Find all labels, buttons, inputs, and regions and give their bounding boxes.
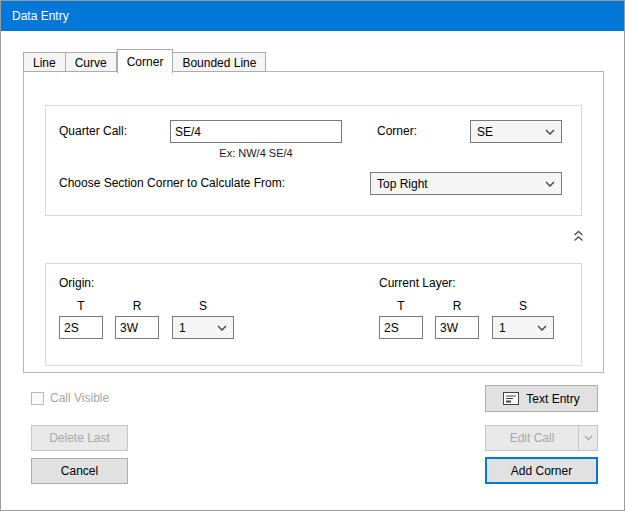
- tab-strip: Line Curve Corner Bounded Line: [23, 48, 266, 72]
- checkbox-box-icon: [31, 392, 44, 405]
- window-title: Data Entry: [12, 9, 69, 23]
- quarter-call-hint: Ex: NW/4 SE/4: [170, 147, 342, 159]
- call-entry-group: Quarter Call: Ex: NW/4 SE/4 Corner: SE C…: [45, 105, 582, 216]
- tab-corner[interactable]: Corner: [117, 49, 174, 73]
- section-corner-label: Choose Section Corner to Calculate From:: [59, 172, 285, 195]
- edit-call-button[interactable]: Edit Call: [485, 425, 598, 451]
- data-entry-dialog: Data Entry Line Curve Corner Bounded Lin…: [0, 0, 625, 511]
- current-layer-township-input[interactable]: [379, 316, 423, 339]
- edit-call-label: Edit Call: [486, 431, 578, 445]
- text-entry-icon: [503, 392, 519, 405]
- quarter-call-input[interactable]: [170, 120, 342, 143]
- origin-col-t: T: [59, 298, 103, 314]
- section-corner-dropdown-value: Top Right: [377, 177, 428, 191]
- cancel-button[interactable]: Cancel: [31, 458, 128, 484]
- current-layer-section-dropdown[interactable]: 1: [492, 316, 554, 339]
- chevron-down-icon: [217, 325, 227, 331]
- tab-bounded-line[interactable]: Bounded Line: [173, 52, 266, 72]
- corner-label: Corner:: [377, 120, 417, 143]
- text-entry-label: Text Entry: [526, 392, 579, 406]
- current-layer-col-t: T: [379, 298, 423, 314]
- origin-section-dropdown[interactable]: 1: [172, 316, 234, 339]
- call-visible-checkbox[interactable]: Call Visible: [31, 391, 109, 405]
- current-layer-col-r: R: [435, 298, 479, 314]
- origin-township-input[interactable]: [59, 316, 103, 339]
- tab-curve[interactable]: Curve: [66, 52, 117, 72]
- current-layer-label: Current Layer:: [379, 272, 456, 295]
- corner-dropdown-value: SE: [477, 125, 493, 139]
- current-layer-range-input[interactable]: [435, 316, 479, 339]
- corner-dropdown[interactable]: SE: [470, 120, 562, 143]
- origin-col-r: R: [115, 298, 159, 314]
- origin-col-s: S: [172, 298, 234, 314]
- current-layer-col-s: S: [492, 298, 554, 314]
- chevron-down-icon: [545, 181, 555, 187]
- titlebar[interactable]: Data Entry: [1, 1, 624, 31]
- township-range-group: Origin: T R S 1 Current Layer: T R S 1: [45, 263, 582, 366]
- cancel-label: Cancel: [61, 464, 98, 478]
- add-corner-button[interactable]: Add Corner: [485, 457, 598, 484]
- section-corner-dropdown[interactable]: Top Right: [370, 172, 562, 195]
- origin-range-input[interactable]: [115, 316, 159, 339]
- delete-last-button[interactable]: Delete Last: [31, 425, 128, 451]
- call-visible-label: Call Visible: [50, 391, 109, 405]
- chevron-down-icon: [545, 129, 555, 135]
- text-entry-button[interactable]: Text Entry: [485, 385, 598, 412]
- collapse-panel-button[interactable]: [568, 227, 588, 244]
- quarter-call-label: Quarter Call:: [59, 120, 127, 143]
- delete-last-label: Delete Last: [49, 431, 110, 445]
- add-corner-label: Add Corner: [511, 464, 572, 478]
- current-layer-section-dropdown-value: 1: [499, 321, 506, 335]
- chevron-double-up-icon: [573, 230, 584, 242]
- origin-section-dropdown-value: 1: [179, 321, 186, 335]
- corner-tab-page: Quarter Call: Ex: NW/4 SE/4 Corner: SE C…: [23, 71, 604, 373]
- tab-line[interactable]: Line: [23, 52, 66, 72]
- chevron-down-icon[interactable]: [578, 426, 597, 450]
- origin-label: Origin:: [59, 272, 94, 295]
- chevron-down-icon: [537, 325, 547, 331]
